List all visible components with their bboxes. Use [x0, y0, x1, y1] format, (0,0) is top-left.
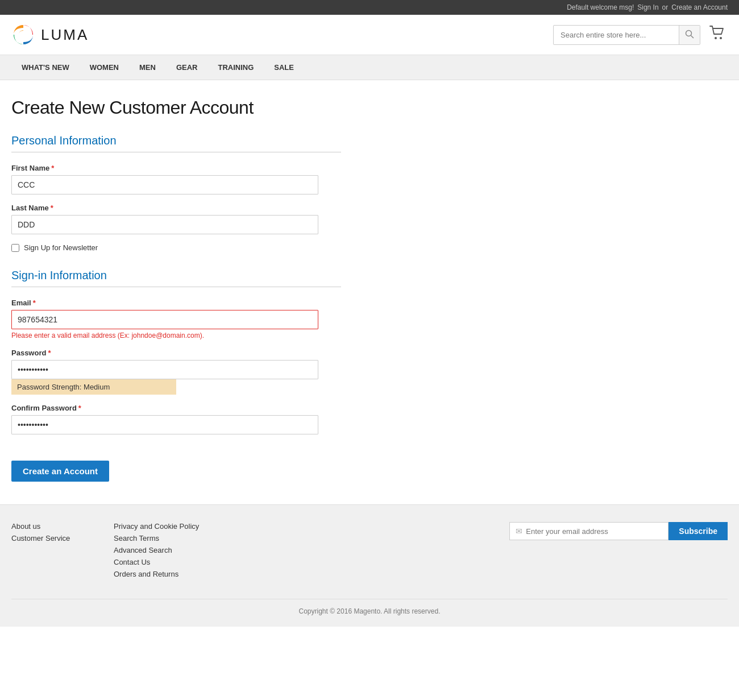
page-title: Create New Customer Account [11, 97, 341, 118]
nav-link-sale[interactable]: Sale [264, 55, 304, 80]
last-name-required: * [51, 204, 53, 212]
search-box [553, 25, 700, 45]
header-right [553, 23, 728, 46]
email-error-msg: Please enter a valid email address (Ex: … [11, 332, 341, 339]
nav-item-gear: Gear [166, 55, 208, 80]
or-separator: or [662, 3, 669, 11]
mail-icon: ✉ [516, 527, 522, 536]
footer-col-links: Privacy and Cookie Policy Search Terms A… [114, 522, 199, 582]
nav-item-training: Training [207, 55, 264, 80]
newsletter-checkbox[interactable] [11, 244, 19, 252]
footer-link-advanced-search[interactable]: Advanced Search [114, 546, 199, 554]
nav-item-sale: Sale [264, 55, 304, 80]
personal-info-title: Personal Information [11, 134, 341, 152]
cart-button[interactable] [707, 23, 728, 46]
first-name-required: * [51, 164, 54, 172]
header: LUMA [0, 15, 739, 55]
svg-point-4 [715, 37, 717, 39]
personal-info-section: Personal Information First Name* Last Na… [11, 134, 341, 252]
logo-area: LUMA [11, 23, 89, 47]
password-label: Password* [11, 349, 341, 357]
email-input[interactable] [11, 310, 318, 329]
nav-link-gear[interactable]: Gear [166, 55, 208, 80]
footer-link-privacy[interactable]: Privacy and Cookie Policy [114, 522, 199, 531]
main-nav: What's New Women Men Gear Training Sale [0, 55, 739, 80]
footer-bottom: Copyright © 2016 Magento. All rights res… [11, 599, 728, 615]
create-account-button[interactable]: Create an Account [11, 461, 109, 482]
password-required: * [48, 349, 51, 357]
password-strength-indicator: Password Strength: Medium [11, 379, 176, 395]
nav-item-men: Men [129, 55, 166, 80]
logo-text: LUMA [41, 26, 89, 44]
svg-point-2 [686, 30, 692, 36]
svg-line-3 [691, 35, 694, 38]
signin-info-title: Sign-in Information [11, 269, 341, 287]
newsletter-email-input[interactable] [526, 527, 662, 536]
email-group: Email* Please enter a valid email addres… [11, 299, 341, 339]
welcome-msg: Default welcome msg! [567, 3, 634, 11]
nav-list: What's New Women Men Gear Training Sale [11, 55, 728, 80]
footer-link-contact-us[interactable]: Contact Us [114, 558, 199, 566]
footer: About us Customer Service Privacy and Co… [0, 504, 739, 627]
main-content: Create New Customer Account Personal Inf… [0, 80, 352, 504]
confirm-password-input[interactable] [11, 415, 318, 434]
svg-point-5 [720, 37, 722, 39]
nav-item-whats-new: What's New [11, 55, 80, 80]
nav-item-women: Women [80, 55, 129, 80]
last-name-label: Last Name* [11, 204, 341, 212]
search-button[interactable] [679, 26, 700, 44]
confirm-password-label: Confirm Password* [11, 404, 341, 412]
email-required: * [33, 299, 36, 307]
first-name-label: First Name* [11, 164, 341, 172]
first-name-group: First Name* [11, 164, 341, 194]
newsletter-input-wrap: ✉ [509, 522, 669, 540]
email-label: Email* [11, 299, 341, 307]
footer-newsletter: ✉ Subscribe [509, 522, 728, 582]
subscribe-button[interactable]: Subscribe [669, 522, 728, 540]
footer-link-search-terms[interactable]: Search Terms [114, 534, 199, 542]
first-name-input[interactable] [11, 175, 318, 194]
luma-logo-icon [11, 23, 35, 47]
newsletter-checkbox-group: Sign Up for Newsletter [11, 243, 341, 252]
confirm-password-required: * [78, 404, 81, 412]
footer-link-about[interactable]: About us [11, 522, 80, 531]
signin-info-section: Sign-in Information Email* Please enter … [11, 269, 341, 434]
cart-icon [709, 26, 725, 40]
newsletter-form: ✉ Subscribe [509, 522, 728, 540]
create-account-link[interactable]: Create an Account [671, 3, 728, 11]
nav-link-whats-new[interactable]: What's New [11, 55, 80, 80]
footer-link-customer-service[interactable]: Customer Service [11, 534, 80, 542]
newsletter-label: Sign Up for Newsletter [24, 243, 98, 252]
last-name-input[interactable] [11, 215, 318, 234]
confirm-password-group: Confirm Password* [11, 404, 341, 434]
password-input[interactable] [11, 360, 318, 379]
footer-col-about: About us Customer Service [11, 522, 80, 582]
nav-link-training[interactable]: Training [207, 55, 264, 80]
footer-top: About us Customer Service Privacy and Co… [11, 522, 728, 582]
password-group: Password* Password Strength: Medium [11, 349, 341, 395]
search-icon [685, 30, 694, 39]
top-bar: Default welcome msg! Sign In or Create a… [0, 0, 739, 15]
footer-link-orders-returns[interactable]: Orders and Returns [114, 570, 199, 578]
signin-link[interactable]: Sign In [637, 3, 658, 11]
copyright: Copyright © 2016 Magento. All rights res… [299, 607, 441, 615]
search-input[interactable] [554, 27, 679, 43]
nav-link-men[interactable]: Men [129, 55, 166, 80]
nav-link-women[interactable]: Women [80, 55, 129, 80]
last-name-group: Last Name* [11, 204, 341, 234]
